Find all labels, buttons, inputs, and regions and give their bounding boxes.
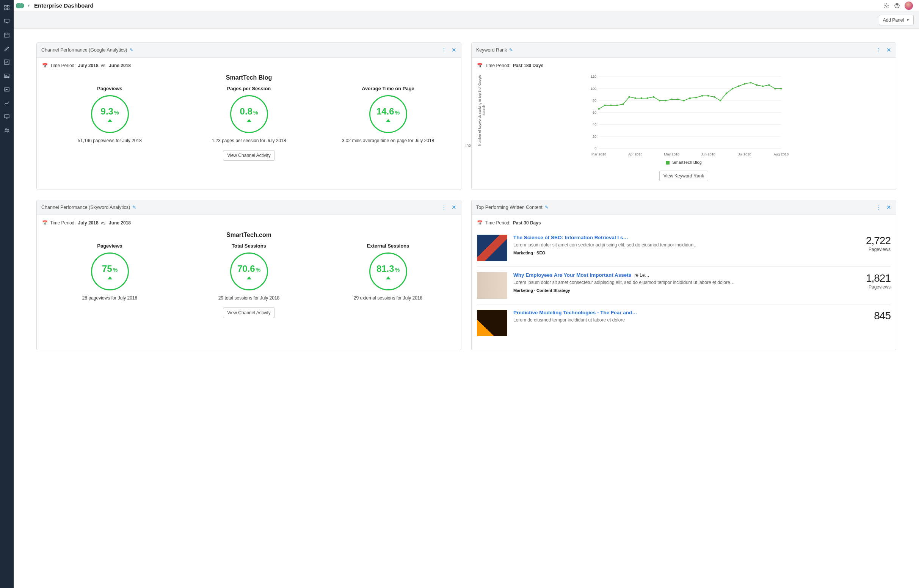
chevron-down-icon: ▼ — [27, 4, 30, 8]
panel-top-content: Top Performing Written Content ✎ ⋮ ✕ 📅 T… — [471, 200, 896, 350]
pencil-icon[interactable] — [4, 45, 10, 52]
post-thumbnail[interactable] — [477, 235, 507, 261]
help-icon[interactable] — [894, 3, 900, 9]
svg-point-35 — [634, 97, 636, 99]
close-icon[interactable]: ✕ — [452, 47, 457, 53]
photo-icon[interactable] — [4, 86, 10, 92]
gauge-value: 14.6% — [376, 106, 400, 117]
calendar-icon[interactable] — [4, 32, 10, 38]
gauge: Total Sessions 70.6% 29 total sessions f… — [181, 243, 317, 301]
trend-up-icon — [247, 276, 251, 279]
more-icon[interactable]: ⋮ — [876, 47, 881, 53]
more-icon[interactable]: ⋮ — [876, 204, 881, 210]
close-icon[interactable]: ✕ — [452, 204, 457, 211]
period-a: July 2018 — [78, 63, 99, 68]
gauge-label: Pageviews — [42, 243, 178, 249]
gauge-ring: 0.8% — [230, 95, 268, 133]
brand-switcher[interactable]: ▼ — [16, 3, 30, 8]
post-title-link[interactable]: Why Employees Are Your Most Important As… — [514, 272, 631, 278]
gauge-ring: 9.3% — [91, 95, 129, 133]
svg-point-30 — [604, 105, 606, 107]
brand-logo — [16, 3, 26, 8]
svg-rect-4 — [5, 19, 9, 23]
more-icon[interactable]: ⋮ — [441, 47, 446, 53]
svg-text:0: 0 — [594, 146, 596, 150]
panel-channel-ga: Inbound Channel Performance (Google Anal… — [36, 42, 461, 190]
svg-text:Apr 2018: Apr 2018 — [628, 152, 642, 156]
svg-text:Aug 2018: Aug 2018 — [774, 152, 789, 156]
view-channel-activity-button[interactable]: View Channel Activity — [223, 307, 275, 318]
gauge: Pageviews 75% 28 pageviews for July 2018 — [42, 243, 178, 301]
edit-icon[interactable]: ✎ — [132, 205, 136, 210]
svg-point-56 — [762, 85, 764, 87]
gear-icon[interactable] — [883, 3, 890, 9]
gauge-value: 81.3% — [376, 263, 400, 274]
gauge-label: Average Time on Page — [320, 86, 456, 91]
trend-icon[interactable] — [4, 100, 10, 106]
list-item: Predictive Modeling Technologies - The F… — [477, 304, 891, 342]
period-vs: vs. — [101, 220, 107, 226]
svg-point-34 — [628, 96, 630, 98]
trend-up-icon — [247, 119, 251, 122]
view-channel-activity-button[interactable]: View Channel Activity — [223, 150, 275, 161]
subject-title: SmartTech.com — [42, 232, 456, 239]
svg-point-58 — [774, 87, 776, 89]
gauge-label: External Sessions — [320, 243, 456, 249]
svg-rect-7 — [5, 74, 9, 78]
post-title-link[interactable]: Predictive Modeling Technologies - The F… — [514, 310, 637, 315]
presentation-icon[interactable] — [4, 18, 10, 24]
gauge: Pageviews 9.3% 51,196 pageviews for July… — [42, 86, 178, 144]
calendar-icon: 📅 — [42, 220, 48, 226]
trend-up-icon — [108, 119, 112, 122]
gauge-label: Pages per Session — [181, 86, 317, 91]
edit-icon[interactable]: ✎ — [545, 205, 549, 210]
more-icon[interactable]: ⋮ — [441, 204, 446, 210]
action-bar: Add Panel ▼ — [14, 11, 919, 29]
time-period: 📅 Time Period: Past 180 Days — [477, 61, 891, 72]
calendar-icon: 📅 — [477, 220, 483, 226]
svg-text:40: 40 — [593, 123, 596, 126]
chart-legend: SmartTech Blog — [477, 160, 891, 165]
dashboard-icon[interactable] — [4, 5, 10, 11]
gauge-ring: 70.6% — [230, 252, 268, 291]
period-prefix: Time Period: — [485, 220, 511, 226]
calendar-icon: 📅 — [477, 63, 483, 68]
svg-text:80: 80 — [593, 99, 596, 102]
gauge-label: Pageviews — [42, 86, 178, 91]
gauge-label: Total Sessions — [181, 243, 317, 249]
add-panel-button[interactable]: Add Panel ▼ — [879, 15, 914, 26]
chart-edit-icon[interactable] — [4, 59, 10, 65]
svg-point-37 — [646, 97, 648, 99]
monitor-icon[interactable] — [4, 114, 10, 120]
edit-icon[interactable]: ✎ — [130, 47, 134, 53]
page-title: Enterprise Dashboard — [34, 2, 94, 9]
period-prefix: Time Period: — [485, 63, 511, 68]
gauge-caption: 29 external sessions for July 2018 — [320, 295, 456, 301]
svg-rect-5 — [5, 33, 9, 37]
svg-text:60: 60 — [593, 111, 596, 115]
post-title-link[interactable]: The Science of SEO: Information Retrieva… — [514, 235, 628, 241]
view-keyword-rank-button[interactable]: View Keyword Rank — [659, 171, 708, 181]
users-icon[interactable] — [4, 128, 10, 134]
period-a: July 2018 — [78, 220, 99, 226]
cta-label: View Channel Activity — [227, 153, 271, 158]
svg-point-41 — [671, 99, 673, 100]
svg-point-29 — [598, 108, 600, 110]
image-icon[interactable] — [4, 73, 10, 79]
list-item: Why Employees Are Your Most Important As… — [477, 267, 891, 304]
gauge-caption: 29 total sessions for July 2018 — [181, 295, 317, 301]
close-icon[interactable]: ✕ — [887, 204, 892, 211]
edit-icon[interactable]: ✎ — [509, 47, 513, 53]
post-thumbnail[interactable] — [477, 310, 507, 336]
period-prefix: Time Period: — [50, 63, 76, 68]
trend-up-icon — [386, 276, 391, 279]
panel-channel-skyword: Channel Performance (Skyword Analytics) … — [36, 200, 461, 350]
post-thumbnail[interactable] — [477, 272, 507, 299]
close-icon[interactable]: ✕ — [887, 47, 892, 53]
metric-value: 845 — [857, 310, 891, 322]
period-value: Past 180 Days — [513, 63, 544, 68]
post-description: Lorem ipsum dolor sit amet con sectetur … — [514, 242, 851, 248]
avatar[interactable] — [904, 2, 913, 10]
svg-point-47 — [707, 95, 709, 97]
post-metric: 845 — [857, 310, 891, 322]
